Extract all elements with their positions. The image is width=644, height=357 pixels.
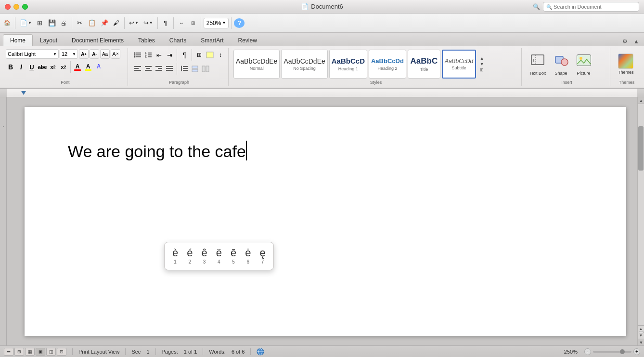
- view-bullets-btn[interactable]: ⊞: [14, 348, 24, 356]
- highlight-color-btn[interactable]: A: [83, 62, 93, 72]
- close-button[interactable]: [5, 4, 11, 10]
- borders-btn[interactable]: ⊞: [194, 51, 204, 59]
- columns-btn[interactable]: ⊞: [188, 16, 198, 30]
- print-btn[interactable]: 🖨: [59, 16, 69, 30]
- scroll-page-up-btn[interactable]: ▲: [639, 327, 643, 331]
- style-heading2-btn[interactable]: AaBbCcDd Heading 2: [369, 50, 406, 79]
- tab-smartart[interactable]: SmartArt: [193, 34, 231, 46]
- view-columns-btn[interactable]: ▦: [25, 348, 35, 356]
- undo-btn[interactable]: ↩▼: [127, 16, 141, 30]
- style-nospacing-btn[interactable]: AaBbCcDdEe No Spacing: [281, 50, 327, 79]
- line-spacing-btn[interactable]: [180, 65, 189, 73]
- templates-btn[interactable]: ⊞: [35, 16, 45, 30]
- accent-e-umlaut[interactable]: ë 4: [213, 246, 225, 266]
- columns-para-btn[interactable]: [201, 65, 210, 73]
- accent-e-ogonek[interactable]: ę 7: [257, 246, 269, 266]
- zoom-thumb[interactable]: [620, 349, 625, 354]
- tab-layout[interactable]: Layout: [33, 34, 64, 46]
- tab-review[interactable]: Review: [231, 34, 264, 46]
- font-color-btn[interactable]: A: [73, 62, 82, 72]
- style-heading1-btn[interactable]: AaBbCcD Heading 1: [329, 50, 367, 79]
- home-icon-btn[interactable]: 🏠: [2, 16, 13, 30]
- tab-tables[interactable]: Tables: [131, 34, 162, 46]
- language-btn[interactable]: [257, 348, 264, 356]
- font-name-selector[interactable]: Calibri Light ▼: [6, 49, 59, 59]
- bold-btn[interactable]: B: [6, 62, 15, 72]
- superscript-btn[interactable]: x2: [48, 62, 58, 72]
- bullets-btn[interactable]: [133, 51, 142, 59]
- customize-ribbon-btn[interactable]: ⚙: [620, 37, 630, 46]
- view-outline-btn[interactable]: ☰: [4, 348, 13, 356]
- cut-btn[interactable]: ✂: [75, 16, 85, 30]
- themes-btn[interactable]: Themes: [615, 50, 637, 79]
- save-btn[interactable]: 💾: [46, 16, 58, 30]
- subscript-btn[interactable]: x2: [59, 62, 68, 72]
- accent-e-acute[interactable]: é 2: [184, 246, 195, 266]
- style-subtitle-btn[interactable]: AaBbCcDd Subtitle: [442, 50, 476, 79]
- zoom-selector[interactable]: 250% ▼: [204, 18, 229, 28]
- new-doc-btn[interactable]: 📄▼: [18, 16, 34, 30]
- align-right-btn[interactable]: [154, 65, 164, 73]
- text-effects-btn[interactable]: A: [94, 62, 103, 72]
- zoom-slider[interactable]: [593, 351, 631, 353]
- scroll-page-down-btn[interactable]: ▼: [639, 333, 643, 338]
- scroll-track[interactable]: [638, 104, 644, 325]
- indent-increase-btn[interactable]: ⇥: [165, 51, 174, 59]
- view-print-btn[interactable]: ▣: [36, 348, 45, 356]
- italic-btn[interactable]: I: [16, 62, 26, 72]
- numbered-list-btn[interactable]: 1.2.3.: [143, 51, 153, 59]
- align-left-btn[interactable]: [133, 65, 142, 73]
- search-input[interactable]: [554, 4, 636, 10]
- strikethrough-btn[interactable]: abc: [38, 62, 47, 72]
- para-spacing-btn[interactable]: [190, 65, 200, 73]
- scroll-down-btn[interactable]: ▼: [638, 339, 644, 345]
- document-content[interactable]: We are going to the cafe: [68, 141, 583, 162]
- zoom-in-btn[interactable]: +: [633, 348, 640, 355]
- align-center-btn[interactable]: [143, 65, 153, 73]
- shading-btn[interactable]: [205, 51, 215, 59]
- show-formatting-btn[interactable]: ¶: [160, 16, 171, 30]
- help-btn[interactable]: ?: [234, 18, 245, 28]
- view-reading-btn[interactable]: ◫: [46, 348, 56, 356]
- change-case-btn[interactable]: Aa: [100, 49, 110, 59]
- font-size-selector[interactable]: 12 ▼: [60, 49, 78, 59]
- search-document-box[interactable]: 🔍: [543, 2, 639, 12]
- zoom-out-btn[interactable]: -: [584, 348, 591, 355]
- scroll-up-btn[interactable]: ▲: [638, 97, 644, 104]
- shape-btn[interactable]: Shape: [551, 50, 572, 79]
- tab-document-elements[interactable]: Document Elements: [64, 34, 131, 46]
- align-justify-btn[interactable]: [165, 65, 174, 73]
- increase-font-size-btn[interactable]: A+: [79, 49, 89, 59]
- sort-btn[interactable]: ↕: [216, 51, 225, 59]
- indent-decrease-btn[interactable]: ⇤: [154, 51, 164, 59]
- underline-btn[interactable]: U: [27, 62, 37, 72]
- indent-marker[interactable]: [21, 91, 26, 95]
- maximize-button[interactable]: [22, 4, 28, 10]
- styles-scroll-up-btn[interactable]: ▲ ▼ ⊞: [477, 56, 486, 72]
- expand-ribbon-btn[interactable]: ▲: [631, 37, 641, 46]
- show-para-marks-btn[interactable]: ¶: [180, 51, 189, 59]
- margin-btn[interactable]: ↔: [176, 16, 187, 30]
- doc-scroll-area[interactable]: è 1 é 2 ê 3 ë: [7, 97, 644, 345]
- tab-home[interactable]: Home: [3, 34, 33, 46]
- accent-e-grave[interactable]: è 1: [169, 246, 181, 266]
- format-painter-btn[interactable]: 🖌: [111, 16, 122, 30]
- paste-btn[interactable]: 📌: [99, 16, 110, 30]
- style-normal-btn[interactable]: AaBbCcDdEe Normal: [233, 50, 280, 79]
- decrease-font-size-btn[interactable]: A-: [90, 49, 99, 59]
- search-icon[interactable]: 🔍: [531, 2, 541, 12]
- minimize-button[interactable]: [13, 4, 19, 10]
- clear-formatting-btn[interactable]: A✕: [111, 49, 120, 59]
- style-title-btn[interactable]: AaBbC Title: [408, 50, 440, 79]
- redo-btn[interactable]: ↪▼: [142, 16, 155, 30]
- accent-e-circumflex[interactable]: ê 3: [199, 246, 210, 266]
- scroll-thumb[interactable]: [638, 126, 644, 171]
- tab-charts[interactable]: Charts: [162, 34, 193, 46]
- accent-e-macron[interactable]: ē 5: [228, 246, 239, 266]
- picture-btn[interactable]: Picture: [573, 50, 594, 79]
- copy-btn[interactable]: 📋: [86, 16, 98, 30]
- view-web-btn[interactable]: ⊡: [57, 348, 66, 356]
- accent-e-dot[interactable]: ė 6: [242, 246, 254, 266]
- text-box-btn[interactable]: T Text Box: [527, 50, 549, 79]
- font-controls: Calibri Light ▼ 12 ▼ A+ A- Aa A✕ B I U: [6, 49, 120, 79]
